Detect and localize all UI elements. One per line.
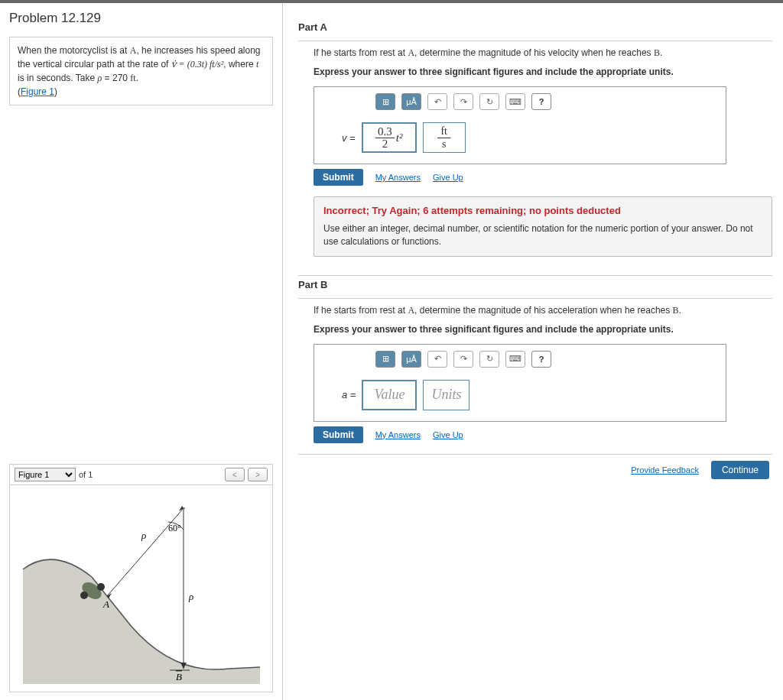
undo-icon[interactable]: ↶ — [427, 351, 447, 368]
feedback-text: Use either an integer, decimal number, o… — [323, 222, 762, 248]
problem-statement: When the motorcyclist is at A, he increa… — [9, 37, 273, 105]
feedback-title: Incorrect; Try Again; 6 attempts remaini… — [323, 205, 762, 216]
templates-icon[interactable]: ⊞ — [375, 351, 395, 368]
continue-button[interactable]: Continue — [711, 461, 769, 479]
undo-icon[interactable]: ↶ — [427, 93, 447, 110]
svg-text:B: B — [176, 671, 182, 682]
part-a-submit-button[interactable]: Submit — [314, 169, 363, 186]
part-b-instruction: Express your answer to three significant… — [314, 324, 772, 335]
part-b-give-up-link[interactable]: Give Up — [433, 430, 463, 439]
part-b-value-input[interactable]: Value — [362, 380, 417, 410]
reset-icon[interactable]: ↻ — [479, 351, 499, 368]
part-b-submit-button[interactable]: Submit — [314, 426, 363, 443]
text: is in seconds. Take — [18, 73, 98, 83]
svg-text:A: A — [102, 598, 109, 610]
text: When the motorcyclist is at — [18, 45, 130, 56]
reset-icon[interactable]: ↻ — [479, 93, 499, 110]
part-a-my-answers-link[interactable]: My Answers — [375, 173, 421, 182]
help-icon[interactable]: ? — [531, 351, 551, 368]
t-var: t — [256, 59, 258, 70]
part-b-answer-box: ⊞ μÅ ↶ ↷ ↻ ⌨ ? a = Value Units — [314, 344, 726, 422]
svg-text:ρ: ρ — [141, 530, 146, 541]
keyboard-icon[interactable]: ⌨ — [505, 351, 525, 368]
part-a-prompt: If he starts from rest at A, determine t… — [314, 47, 772, 59]
ft: ft — [130, 73, 135, 83]
redo-icon[interactable]: ↷ — [453, 93, 473, 110]
text: = 270 — [102, 73, 130, 83]
part-a-variable: v = — [342, 132, 356, 144]
part-a-value-input[interactable]: 0.32 t² — [362, 122, 417, 153]
part-a-give-up-link[interactable]: Give Up — [433, 173, 463, 182]
figure-link[interactable]: Figure 1 — [21, 86, 54, 97]
figure-select[interactable]: Figure 1 — [15, 468, 76, 481]
svg-text:ρ: ρ — [188, 591, 193, 602]
part-b-units-input[interactable]: Units — [423, 380, 469, 410]
part-a-feedback: Incorrect; Try Again; 6 attempts remaini… — [314, 196, 772, 257]
provide-feedback-link[interactable]: Provide Feedback — [631, 465, 699, 475]
units-icon[interactable]: μÅ — [401, 351, 421, 368]
svg-text:60°: 60° — [168, 523, 181, 533]
svg-point-5 — [97, 583, 105, 591]
units-icon[interactable]: μÅ — [401, 93, 421, 110]
help-icon[interactable]: ? — [531, 93, 551, 110]
figure-prev-button[interactable]: < — [225, 468, 245, 481]
redo-icon[interactable]: ↷ — [453, 351, 473, 368]
text: , where — [223, 59, 256, 70]
part-a-instruction: Express your answer to three significant… — [314, 66, 772, 77]
svg-line-2 — [107, 508, 184, 596]
keyboard-icon[interactable]: ⌨ — [505, 93, 525, 110]
part-b-variable: a = — [342, 389, 356, 400]
figure-of-label: of 1 — [79, 470, 93, 479]
part-b-prompt: If he starts from rest at A, determine t… — [314, 305, 772, 316]
vdot: v̇ = (0.3t) ft/s² — [171, 59, 223, 70]
svg-point-4 — [80, 591, 88, 599]
figure-next-button[interactable]: > — [248, 468, 268, 481]
templates-icon[interactable]: ⊞ — [375, 93, 395, 110]
problem-title: Problem 12.129 — [9, 11, 273, 26]
part-a-units-input[interactable]: ft s — [423, 122, 466, 153]
part-b-my-answers-link[interactable]: My Answers — [375, 430, 421, 439]
part-b-title: Part B — [298, 279, 772, 290]
part-a-answer-box: ⊞ μÅ ↶ ↷ ↻ ⌨ ? v = 0.32 t² — [314, 86, 726, 164]
figure-panel: Figure 1 of 1 < > — [9, 464, 273, 692]
text: . — [136, 73, 138, 83]
part-a-title: Part A — [298, 21, 772, 33]
figure-image: ρ 60° ρ A B — [10, 485, 272, 692]
